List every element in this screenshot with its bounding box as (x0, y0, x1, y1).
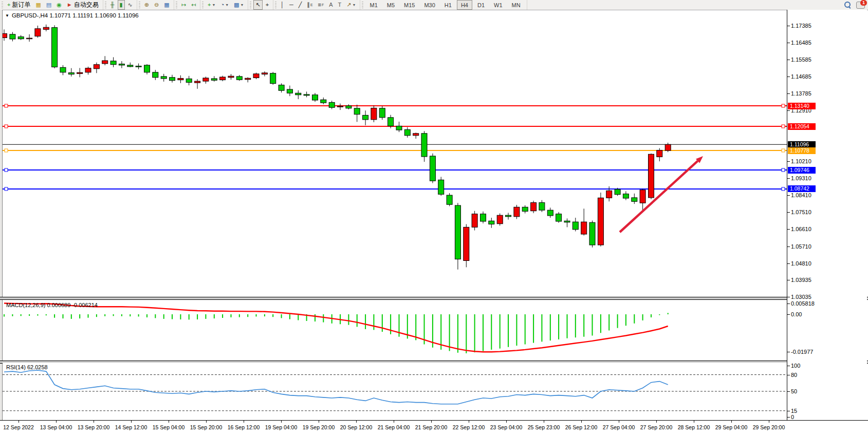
candlestick-button[interactable]: ▮ (118, 0, 125, 10)
one-click-trading-icon[interactable]: ▼ (5, 13, 9, 18)
time-axis[interactable]: 12 Sep 202213 Sep 04:0013 Sep 20:0014 Se… (0, 420, 868, 436)
tf-w1-button-label: W1 (492, 2, 505, 8)
hline-resistance-2-handle[interactable] (782, 125, 785, 128)
time-tick (731, 421, 732, 423)
chart-shift-button[interactable]: ↤ (189, 0, 198, 10)
tf-mn-button[interactable]: MN (508, 0, 525, 10)
hline-support-2-handle[interactable] (782, 187, 785, 191)
main-chart-pane[interactable] (3, 11, 787, 297)
axis-tick (787, 375, 790, 375)
candle-bull (640, 190, 645, 203)
trend-arrow-shaft[interactable] (620, 161, 698, 232)
templates-button[interactable]: ▩▼ (232, 0, 246, 10)
tile-windows-button[interactable]: ▦ (162, 0, 171, 10)
text-label-button[interactable]: T (336, 0, 344, 10)
data-window-icon: ▤ (46, 2, 51, 8)
fibonacci-button[interactable]: ≡F (316, 0, 326, 10)
toolbar-grip[interactable] (250, 2, 251, 8)
toolbar-grip[interactable] (139, 2, 140, 8)
arrows-icon: ↗ (346, 2, 351, 8)
candle-bull (581, 222, 587, 234)
zoom-in-button[interactable]: ⊕ (142, 0, 151, 10)
line-chart-button[interactable]: ∿ (126, 0, 135, 10)
tf-w1-button[interactable]: W1 (490, 0, 507, 10)
tf-m5-button[interactable]: M5 (383, 0, 399, 10)
axis-tick (787, 366, 790, 366)
tile-windows-icon: ▦ (164, 2, 169, 8)
tf-d1-button[interactable]: D1 (473, 0, 489, 10)
candle-bear (388, 118, 394, 126)
candle-bull (3, 33, 7, 37)
macd-pane[interactable] (3, 300, 787, 361)
candle-bear (144, 65, 150, 72)
toolbar-grip[interactable] (202, 2, 204, 8)
candle-bull (35, 29, 41, 36)
arrows-button[interactable]: ↗▼ (344, 0, 358, 10)
candle-bear (455, 205, 460, 259)
toolbar-grip[interactable] (105, 2, 106, 8)
autotrading-button-label: 自动交易 (74, 1, 99, 9)
bar-chart-button[interactable]: ╫ (108, 0, 117, 10)
candle-bull (413, 134, 419, 136)
candle-bull (464, 227, 469, 260)
time-tick (469, 421, 469, 423)
hline-support-1-handle[interactable] (782, 168, 785, 172)
periods-button[interactable]: ◔▼ (218, 0, 231, 10)
toolbar-group-scroll: ↦↤ (174, 0, 200, 10)
tf-mn-button-label: MN (510, 2, 523, 8)
tf-m15-button[interactable]: M15 (400, 0, 419, 10)
hline-orange-level-handle[interactable] (5, 149, 8, 152)
autotrading-button[interactable]: ►自动交易 (65, 0, 101, 10)
bar-chart-icon: ╫ (110, 2, 115, 8)
axis-tick (787, 93, 790, 94)
toolbar-grip[interactable] (176, 2, 177, 8)
tf-m30-button[interactable]: M30 (420, 0, 439, 10)
price-badge-1.08742: 1.08742 (788, 185, 816, 192)
hline-resistance-1-handle[interactable] (782, 104, 785, 107)
data-window-button[interactable]: ▤ (44, 0, 53, 10)
new-order-button-label: 新订单 (12, 1, 30, 9)
tf-h4-button[interactable]: H4 (457, 0, 472, 10)
crosshair-button[interactable]: + (264, 0, 271, 10)
candle-bull (657, 150, 662, 157)
macd-tick-0.005818: 0.005818 (791, 300, 815, 307)
price-axis[interactable]: 1.173851.164851.155851.146851.137851.129… (787, 10, 867, 420)
signals-button[interactable]: ◉ (54, 0, 64, 10)
axis-tick (787, 195, 790, 196)
auto-scroll-button[interactable]: ↦ (179, 0, 188, 10)
candle-bull (598, 198, 603, 245)
toolbar-group-chart-type: ╫▮∿ (103, 0, 137, 10)
rsi-tick-50: 50 (791, 388, 797, 394)
rsi-tick-100: 100 (791, 363, 800, 369)
tf-h4-button-label: H4 (459, 2, 470, 8)
candle-bear (329, 102, 335, 107)
zoom-out-button[interactable]: ⊖ (152, 0, 161, 10)
notifications-button[interactable]: 1 (856, 2, 865, 9)
candle-bull (228, 76, 234, 78)
charts-button[interactable]: ▦ (33, 0, 43, 10)
search-button[interactable] (844, 2, 851, 8)
hline-support-1-handle[interactable] (5, 168, 8, 172)
hline-orange-level-handle[interactable] (782, 149, 785, 152)
axis-tick (787, 411, 790, 411)
hline-support-2-handle[interactable] (5, 187, 8, 191)
toolbar-grip[interactable] (275, 2, 276, 8)
text-button[interactable]: A (327, 0, 335, 10)
rsi-pane[interactable] (3, 363, 787, 420)
toolbar-grip[interactable] (362, 2, 363, 8)
new-order-button[interactable]: +新订单 (5, 0, 32, 10)
tf-m1-button[interactable]: M1 (365, 0, 381, 10)
horizontal-line-button[interactable]: ─ (287, 0, 296, 10)
trendline-button[interactable]: ╱ (297, 0, 304, 10)
hline-resistance-1-handle[interactable] (5, 104, 8, 107)
axis-tick (787, 417, 790, 418)
vertical-line-button[interactable]: │ (279, 0, 286, 10)
time-label: 29 Sep 20:00 (746, 424, 792, 430)
tf-h1-button[interactable]: H1 (440, 0, 456, 10)
toolbar-grip[interactable] (2, 2, 3, 8)
candle-bear (547, 210, 553, 216)
hline-resistance-2-handle[interactable] (5, 125, 8, 128)
new-chart-button[interactable]: +▼ (206, 0, 217, 10)
equidistant-channel-button[interactable]: ∥E (305, 0, 315, 10)
cursor-button[interactable]: ↖ (253, 0, 262, 10)
